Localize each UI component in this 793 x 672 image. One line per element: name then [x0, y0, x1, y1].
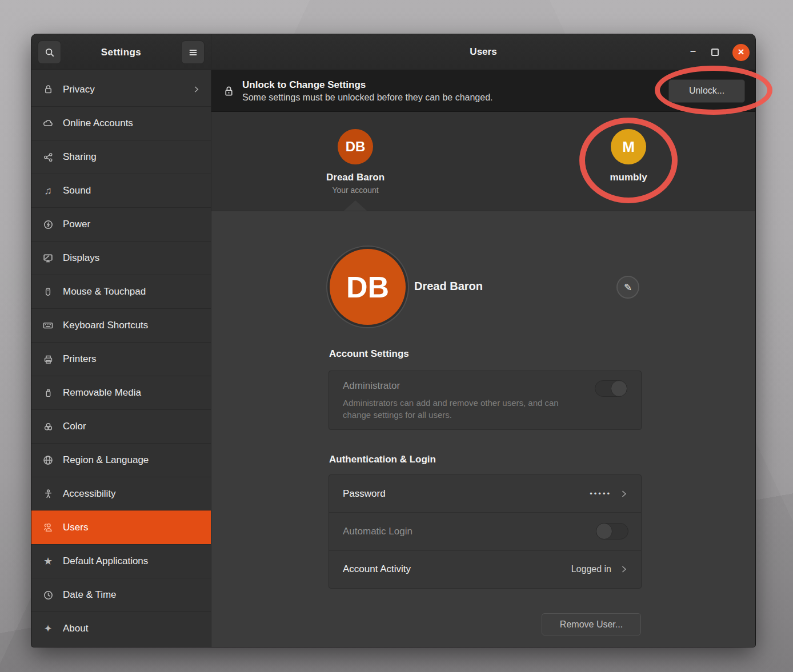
cloud-icon	[41, 116, 55, 130]
lock-icon	[41, 83, 55, 96]
hamburger-menu-button[interactable]	[181, 41, 205, 64]
edit-name-button[interactable]: ✎	[616, 276, 639, 299]
authentication-panel: Password ••••• Automatic Login	[329, 474, 642, 589]
sidebar-item-about[interactable]: ✦ About	[31, 611, 211, 645]
printer-icon	[41, 352, 55, 366]
sidebar-item-date-time[interactable]: Date & Time	[31, 578, 211, 611]
unlock-title: Unlock to Change Settings	[242, 79, 493, 91]
removable-media-icon	[41, 386, 55, 400]
sidebar-item-label: Power	[63, 219, 90, 230]
keyboard-icon	[41, 319, 55, 332]
profile-name: Dread Baron	[414, 280, 483, 293]
account-activity-row[interactable]: Account Activity Logged in	[329, 550, 641, 588]
sidebar-item-mouse-touchpad[interactable]: Mouse & Touchpad	[31, 275, 211, 308]
sidebar-item-sound[interactable]: ♫ Sound	[31, 174, 211, 207]
clock-icon	[41, 588, 55, 602]
close-button[interactable]: ×	[732, 44, 750, 61]
password-label: Password	[343, 488, 386, 500]
displays-icon	[41, 251, 55, 265]
sidebar-item-label: Printers	[63, 353, 97, 365]
sidebar: Settings	[31, 34, 211, 647]
password-row[interactable]: Password •••••	[329, 475, 641, 512]
sidebar-item-displays[interactable]: Displays	[31, 241, 211, 275]
sidebar-item-keyboard-shortcuts[interactable]: Keyboard Shortcuts	[31, 308, 211, 342]
automatic-login-row: Automatic Login	[329, 512, 641, 550]
user-card-dread-baron[interactable]: DB Dread Baron Your account	[307, 129, 404, 195]
sidebar-item-label: Privacy	[63, 84, 95, 95]
sidebar-item-label: Color	[63, 421, 86, 432]
annotation-circle-mumbly	[579, 118, 678, 203]
sidebar-item-printers[interactable]: Printers	[31, 342, 211, 376]
sparkle-icon: ✦	[41, 622, 55, 635]
window-controls: – ×	[688, 34, 750, 70]
sidebar-item-label: Online Accounts	[63, 118, 133, 129]
automatic-login-label: Automatic Login	[343, 526, 412, 537]
sidebar-item-color[interactable]: Color	[31, 409, 211, 443]
chevron-right-icon	[619, 489, 628, 498]
power-icon	[41, 218, 55, 231]
toggle-knob	[611, 380, 627, 397]
sidebar-item-sharing[interactable]: Sharing	[31, 140, 211, 174]
sidebar-item-label: About	[63, 623, 88, 634]
account-activity-value: Logged in	[571, 564, 611, 574]
search-icon	[45, 47, 55, 58]
sidebar-item-label: Displays	[63, 252, 99, 264]
sidebar-item-accessibility[interactable]: Accessibility	[31, 477, 211, 510]
administrator-label: Administrator	[343, 380, 627, 392]
sidebar-item-label: Removable Media	[63, 387, 141, 399]
sidebar-item-online-accounts[interactable]: Online Accounts	[31, 106, 211, 140]
sidebar-item-label: Mouse & Touchpad	[63, 286, 146, 297]
color-icon	[41, 420, 55, 433]
selected-user-caret	[344, 200, 367, 211]
remove-user-button[interactable]: Remove User...	[542, 613, 641, 635]
unlock-subtitle: Some settings must be unlocked before th…	[242, 92, 493, 103]
sound-icon: ♫	[41, 184, 55, 198]
sidebar-item-label: Region & Language	[63, 454, 149, 466]
hamburger-icon	[188, 47, 198, 58]
minimize-button[interactable]: –	[688, 48, 698, 57]
administrator-description: Administrators can add and remove other …	[343, 397, 588, 421]
users-icon	[41, 521, 55, 534]
sidebar-item-power[interactable]: Power	[31, 207, 211, 241]
share-icon	[41, 150, 55, 164]
account-activity-label: Account Activity	[343, 564, 411, 575]
sidebar-item-label: Default Applications	[63, 556, 148, 567]
sidebar-item-privacy[interactable]: Privacy	[31, 73, 211, 106]
sidebar-item-label: Users	[63, 522, 88, 533]
unlock-text: Unlock to Change Settings Some settings …	[242, 79, 493, 103]
sidebar-item-default-applications[interactable]: ★ Default Applications	[31, 544, 211, 578]
sidebar-item-removable-media[interactable]: Removable Media	[31, 376, 211, 409]
globe-icon	[41, 453, 55, 467]
search-button[interactable]	[38, 41, 61, 64]
user-name: Dread Baron	[326, 172, 385, 183]
password-value: •••••	[590, 489, 611, 498]
chevron-right-icon	[192, 85, 201, 94]
lock-icon	[223, 85, 235, 97]
authentication-heading: Authentication & Login	[329, 454, 436, 465]
mouse-icon	[41, 285, 55, 299]
sidebar-item-users[interactable]: Users	[31, 510, 211, 544]
account-settings-panel: Administrator Administrators can add and…	[329, 371, 642, 430]
automatic-login-toggle[interactable]	[596, 523, 628, 540]
sidebar-headerbar: Settings	[31, 34, 211, 70]
sidebar-item-label: Sharing	[63, 151, 97, 163]
account-settings-heading: Account Settings	[329, 348, 409, 360]
profile-avatar[interactable]: DB	[330, 249, 406, 325]
sidebar-item-region-language[interactable]: Region & Language	[31, 443, 211, 477]
maximize-button[interactable]	[711, 49, 719, 56]
accessibility-icon	[41, 487, 55, 501]
annotation-circle-unlock	[655, 66, 772, 115]
sidebar-item-label: Keyboard Shortcuts	[63, 320, 148, 331]
star-icon: ★	[41, 554, 55, 568]
user-detail-content: DB Dread Baron ✎ Account Settings Admini…	[211, 211, 755, 647]
sidebar-item-label: Accessibility	[63, 488, 116, 500]
sidebar-list: Privacy Online Accounts	[31, 70, 211, 647]
page-title: Users	[470, 46, 496, 58]
sidebar-item-label: Date & Time	[63, 589, 117, 601]
administrator-toggle[interactable]	[595, 380, 627, 397]
main-panel: Users – × Unlock to Change Settings Some…	[211, 34, 755, 647]
main-titlebar: Users – ×	[211, 34, 755, 70]
pencil-icon: ✎	[624, 281, 632, 293]
avatar-dread-baron: DB	[338, 129, 373, 164]
user-subtitle: Your account	[332, 186, 378, 195]
